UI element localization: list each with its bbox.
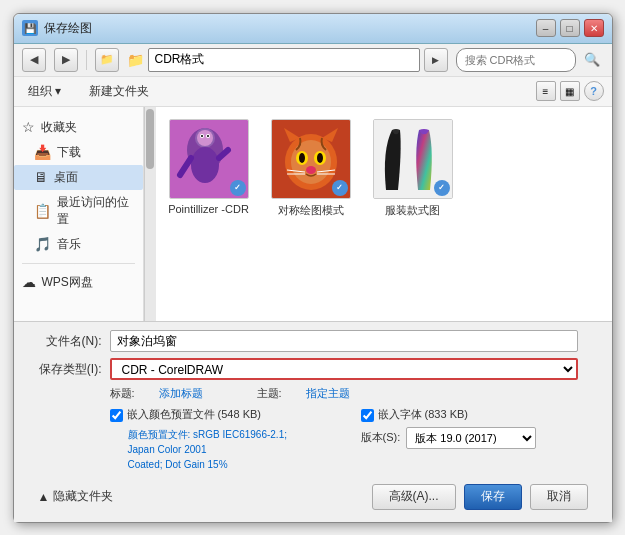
address-go-button[interactable]: ▶ xyxy=(424,48,448,72)
color-profile-text: 颜色预置文件: sRGB IEC61966-2.1;Japan Color 20… xyxy=(128,427,345,472)
embed-font-label: 嵌入字体 (833 KB) xyxy=(378,407,468,422)
view-mode-button[interactable]: ≡ xyxy=(536,81,556,101)
svg-point-10 xyxy=(207,135,209,137)
view-list-button[interactable]: ▦ xyxy=(560,81,580,101)
new-folder-button[interactable]: 新建文件夹 xyxy=(83,81,155,102)
svg-point-9 xyxy=(201,135,203,137)
titlebar-title-group: 💾 保存绘图 xyxy=(22,20,92,37)
folder-icon: 📁 xyxy=(127,52,144,68)
help-button[interactable]: ? xyxy=(584,81,604,101)
favorites-icon: ☆ xyxy=(22,119,35,135)
footer-buttons: 高级(A)... 保存 取消 xyxy=(372,484,588,510)
file-badge: ✓ xyxy=(434,180,450,196)
sidebar-scroll-thumb[interactable] xyxy=(146,109,154,169)
svg-point-13 xyxy=(291,140,331,184)
left-options: 嵌入颜色预置文件 (548 KB) 颜色预置文件: sRGB IEC61966-… xyxy=(110,407,345,471)
file-area: ✓ Pointillizer -CDR xyxy=(156,107,612,322)
sidebar-item-favorites[interactable]: ☆ 收藏夹 xyxy=(14,115,143,140)
up-button[interactable]: 📁 xyxy=(95,48,119,72)
file-name: Pointillizer -CDR xyxy=(168,203,249,215)
sidebar-item-music[interactable]: 🎵 音乐 xyxy=(14,232,143,257)
filename-label: 文件名(N): xyxy=(30,333,110,350)
theme-label-text: 主题: xyxy=(257,386,282,401)
file-thumbnail: ✓ xyxy=(169,119,249,199)
version-select[interactable]: 版本 19.0 (2017) xyxy=(406,427,536,449)
embed-color-row: 嵌入颜色预置文件 (548 KB) xyxy=(110,407,345,422)
downloads-icon: 📥 xyxy=(34,144,51,160)
address-bar: 📁 ▶ xyxy=(127,48,448,72)
cancel-button[interactable]: 取消 xyxy=(530,484,588,510)
sidebar-item-wps[interactable]: ☁ WPS网盘 xyxy=(14,270,143,295)
titlebar: 💾 保存绘图 – □ ✕ xyxy=(14,14,612,44)
file-thumbnail: ✓ xyxy=(271,119,351,199)
wps-label: WPS网盘 xyxy=(42,274,93,291)
save-dialog: 💾 保存绘图 – □ ✕ ◀ ▶ 📁 📁 ▶ 🔍 组织 ▾ 新建文件夹 ≡ ▦ xyxy=(13,13,613,523)
dialog-title: 保存绘图 xyxy=(44,20,92,37)
theme-value[interactable]: 指定主题 xyxy=(306,386,350,401)
list-item[interactable]: ✓ 对称绘图模式 xyxy=(266,115,356,222)
search-input[interactable] xyxy=(456,48,576,72)
version-label: 版本(S): xyxy=(361,430,401,445)
sidebar-separator xyxy=(22,263,135,264)
version-row: 版本(S): 版本 19.0 (2017) xyxy=(361,427,596,449)
desktop-label: 桌面 xyxy=(54,169,78,186)
advanced-button[interactable]: 高级(A)... xyxy=(372,484,456,510)
title-value[interactable]: 添加标题 xyxy=(159,386,203,401)
back-button[interactable]: ◀ xyxy=(22,48,46,72)
sidebar-item-recent[interactable]: 📋 最近访问的位置 xyxy=(14,190,143,232)
list-item[interactable]: ✓ 服装款式图 xyxy=(368,115,458,222)
file-name: 服装款式图 xyxy=(385,203,440,218)
svg-point-19 xyxy=(317,153,323,163)
close-button[interactable]: ✕ xyxy=(584,19,604,37)
maximize-button[interactable]: □ xyxy=(560,19,580,37)
svg-point-6 xyxy=(197,130,213,146)
title-label-text: 标题: xyxy=(110,386,135,401)
search-button[interactable]: 🔍 xyxy=(580,48,604,72)
address-input[interactable] xyxy=(148,48,420,72)
file-name: 对称绘图模式 xyxy=(278,203,344,218)
savetype-select[interactable]: CDR - CorelDRAW xyxy=(110,358,578,380)
filename-input[interactable] xyxy=(110,330,578,352)
embed-color-checkbox[interactable] xyxy=(110,409,123,422)
view-buttons: ≡ ▦ ? xyxy=(536,81,604,101)
save-button[interactable]: 保存 xyxy=(464,484,522,510)
embed-font-row: 嵌入字体 (833 KB) xyxy=(361,407,596,422)
meta-row: 标题: 添加标题 主题: 指定主题 xyxy=(110,386,596,401)
recent-icon: 📋 xyxy=(34,203,51,219)
sidebar-item-desktop[interactable]: 🖥 桌面 xyxy=(14,165,143,190)
recent-label: 最近访问的位置 xyxy=(57,194,135,228)
sidebar-item-downloads[interactable]: 📥 下载 xyxy=(14,140,143,165)
main-content: ☆ 收藏夹 📥 下载 🖥 桌面 📋 最近访问的位置 🎵 音乐 ☁ xyxy=(14,107,612,322)
embed-font-checkbox[interactable] xyxy=(361,409,374,422)
search-bar: 🔍 xyxy=(456,48,604,72)
hide-icon: ▲ xyxy=(38,490,50,504)
dialog-icon: 💾 xyxy=(22,20,38,36)
desktop-icon: 🖥 xyxy=(34,169,48,185)
action-bar: 组织 ▾ 新建文件夹 ≡ ▦ ? xyxy=(14,77,612,107)
savetype-row: 保存类型(I): CDR - CorelDRAW xyxy=(30,358,596,380)
minimize-button[interactable]: – xyxy=(536,19,556,37)
file-badge: ✓ xyxy=(332,180,348,196)
wps-icon: ☁ xyxy=(22,274,36,290)
sidebar: ☆ 收藏夹 📥 下载 🖥 桌面 📋 最近访问的位置 🎵 音乐 ☁ xyxy=(14,107,144,322)
right-options: 嵌入字体 (833 KB) 版本(S): 版本 19.0 (2017) xyxy=(361,407,596,471)
options-section: 嵌入颜色预置文件 (548 KB) 颜色预置文件: sRGB IEC61966-… xyxy=(30,407,596,471)
embed-color-label: 嵌入颜色预置文件 (548 KB) xyxy=(127,407,261,422)
nav-toolbar: ◀ ▶ 📁 📁 ▶ 🔍 xyxy=(14,44,612,77)
svg-point-18 xyxy=(299,153,305,163)
music-icon: 🎵 xyxy=(34,236,51,252)
window-controls: – □ ✕ xyxy=(536,19,604,37)
filename-row: 文件名(N): xyxy=(30,330,596,352)
forward-button[interactable]: ▶ xyxy=(54,48,78,72)
favorites-label: 收藏夹 xyxy=(41,119,77,136)
organize-button[interactable]: 组织 ▾ xyxy=(22,81,67,102)
music-label: 音乐 xyxy=(57,236,81,253)
bottom-panel: 文件名(N): 保存类型(I): CDR - CorelDRAW 标题: 添加标… xyxy=(14,321,612,521)
downloads-label: 下载 xyxy=(57,144,81,161)
sidebar-scrollbar[interactable] xyxy=(144,107,156,322)
hide-files-button[interactable]: ▲ 隐藏文件夹 xyxy=(38,488,114,505)
savetype-label: 保存类型(I): xyxy=(30,361,110,378)
list-item[interactable]: ✓ Pointillizer -CDR xyxy=(164,115,254,222)
file-badge: ✓ xyxy=(230,180,246,196)
svg-point-3 xyxy=(191,147,219,183)
